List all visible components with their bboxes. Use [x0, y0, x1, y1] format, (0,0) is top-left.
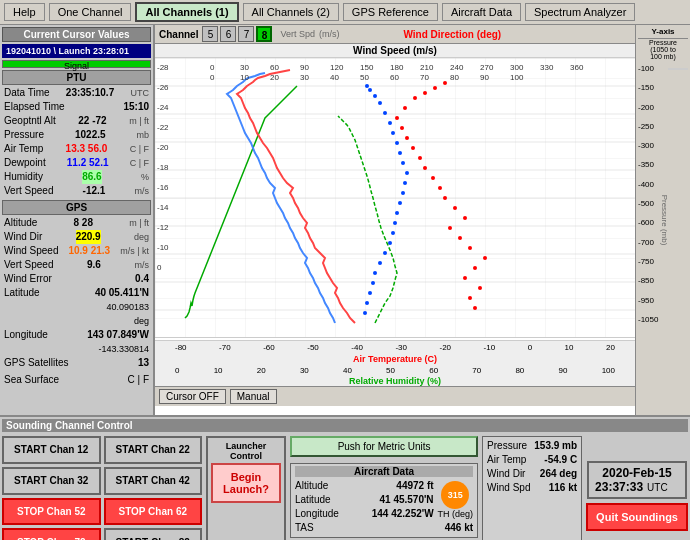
main-content: Current Cursor Values 192041010 \ Launch…: [0, 25, 690, 415]
vert-spd-unit: (m/s): [319, 29, 340, 39]
start-chan-8-btn[interactable]: START Chan 82: [104, 528, 203, 540]
stop-chan-5-btn[interactable]: STOP Chan 52: [2, 498, 101, 526]
svg-point-26: [423, 166, 427, 170]
dewpoint-row: Dewpoint 11.2 52.1 C | F: [2, 156, 151, 170]
svg-point-40: [371, 281, 375, 285]
begin-launch-button[interactable]: Begin Launch?: [211, 463, 281, 503]
stop-chan-7-btn[interactable]: STOP Chan 72: [2, 528, 101, 540]
svg-point-39: [368, 291, 372, 295]
svg-text:-26: -26: [157, 83, 169, 92]
flight-id: 192041010 \ Launch 23:28:01: [2, 44, 151, 58]
channel-tab-5[interactable]: 5: [202, 26, 218, 42]
menu-all-channels-2[interactable]: All Channels (2): [243, 3, 339, 21]
x-axis-humidity-scale: 0102030405060708090100: [155, 364, 635, 376]
svg-point-32: [403, 106, 407, 110]
svg-text:60: 60: [390, 73, 399, 82]
th-indicator: 315 TH (deg): [438, 481, 474, 519]
vert-spd-label: Vert Spd: [280, 29, 315, 39]
svg-point-24: [438, 186, 442, 190]
cursor-off-button[interactable]: Cursor OFF: [159, 389, 226, 404]
panel-title: Current Cursor Values: [2, 27, 151, 42]
svg-point-36: [443, 81, 447, 85]
x-axis-bottom: -80-70-60-50-40-30-20-1001020: [155, 340, 635, 354]
manual-button[interactable]: Manual: [230, 389, 277, 404]
svg-point-22: [453, 206, 457, 210]
svg-text:20: 20: [270, 73, 279, 82]
humidity-row: Humidity 86.6 %: [2, 170, 151, 184]
data-time-row: Data Time 23:35:10.7 UTC: [2, 86, 151, 100]
longitude-ac-row: Longitude 144 42.252'W: [295, 507, 434, 521]
svg-point-19: [458, 236, 462, 240]
svg-rect-97: [668, 68, 688, 70]
utc-label: UTC: [647, 482, 668, 493]
svg-point-44: [388, 241, 392, 245]
air-temp-row: Air Temp 13.3 56.0 C | F: [2, 142, 151, 156]
svg-text:90: 90: [300, 63, 309, 72]
svg-point-20: [448, 226, 452, 230]
ptu-header: PTU: [2, 70, 151, 85]
svg-point-54: [395, 141, 399, 145]
svg-point-46: [393, 221, 397, 225]
svg-text:-18: -18: [157, 163, 169, 172]
date-display: 2020-Feb-15: [595, 466, 679, 480]
pressure-data-box: Pressure 153.9 mb Air Temp -54.9 C Wind …: [482, 436, 582, 540]
start-chan-4-btn[interactable]: START Chan 42: [104, 467, 203, 495]
menu-gps-reference[interactable]: GPS Reference: [343, 3, 438, 21]
start-chan-3-btn[interactable]: START Chan 32: [2, 467, 101, 495]
svg-point-35: [433, 86, 437, 90]
svg-point-53: [398, 151, 402, 155]
stop-chan-6-btn[interactable]: STOP Chan 62: [104, 498, 203, 526]
svg-point-27: [418, 156, 422, 160]
svg-point-12: [473, 306, 477, 310]
menu-all-channels-1[interactable]: All Channels (1): [135, 2, 238, 22]
chart-controls: Cursor OFF Manual: [155, 386, 635, 406]
start-chan-1-btn[interactable]: START Chan 12: [2, 436, 101, 464]
svg-point-34: [423, 91, 427, 95]
svg-text:-10: -10: [157, 243, 169, 252]
menu-spectrum-analyzer[interactable]: Spectrum Analyzer: [525, 3, 635, 21]
svg-text:270: 270: [480, 63, 494, 72]
svg-text:100: 100: [510, 73, 524, 82]
launcher-title: Launcher Control: [211, 441, 281, 461]
quit-soundings-button[interactable]: Quit Soundings: [586, 503, 688, 531]
svg-point-61: [365, 84, 369, 88]
menu-aircraft-data[interactable]: Aircraft Data: [442, 3, 521, 21]
svg-text:-24: -24: [157, 103, 169, 112]
svg-rect-0: [155, 58, 635, 337]
th-value: 315: [441, 481, 469, 509]
svg-point-38: [365, 301, 369, 305]
launcher-control: Launcher Control Begin Launch?: [206, 436, 286, 540]
svg-text:-16: -16: [157, 183, 169, 192]
tas-row: TAS 446 kt: [295, 521, 473, 535]
menu-one-channel[interactable]: One Channel: [49, 3, 132, 21]
channel-tab-8[interactable]: 8: [256, 26, 272, 42]
svg-point-31: [395, 116, 399, 120]
channel-tab-6[interactable]: 6: [220, 26, 236, 42]
svg-point-14: [478, 286, 482, 290]
menu-help[interactable]: Help: [4, 3, 45, 21]
svg-point-51: [405, 171, 409, 175]
pressure-axis-label: Pressure (mb): [660, 195, 669, 246]
gps-header: GPS: [2, 200, 151, 215]
bottom-grid: START Chan 12 START Chan 22 START Chan 3…: [2, 436, 688, 540]
time-display: 23:37:33: [595, 480, 643, 494]
svg-point-13: [468, 296, 472, 300]
svg-point-59: [373, 94, 377, 98]
vert-speed-ptu-row: Vert Speed -12.1 m/s: [2, 184, 151, 198]
x-axis-humidity-label: Relative Humidity (%): [155, 376, 635, 386]
right-yaxis-panel: Y-axis Pressure(1050 to100 mb) -100 -150…: [635, 25, 690, 415]
air-temp-ac-row: Air Temp -54.9 C: [487, 453, 577, 467]
channel-label: Channel: [159, 29, 198, 40]
svg-text:70: 70: [420, 73, 429, 82]
chart-top-bar: Channel 5 6 7 8 Vert Spd (m/s) Wind Dire…: [155, 25, 635, 44]
chart-svg: -28 -26 -24 -22 -20 -18 -16 -14 -12 -10 …: [155, 58, 635, 338]
bottom-panel-title: Sounding Channel Control: [2, 419, 688, 432]
channel-tab-7[interactable]: 7: [238, 26, 254, 42]
svg-point-41: [373, 271, 377, 275]
svg-point-28: [411, 146, 415, 150]
menu-bar: Help One Channel All Channels (1) All Ch…: [0, 0, 690, 25]
metric-units-button[interactable]: Push for Metric Units: [290, 436, 478, 457]
start-chan-2-btn[interactable]: START Chan 22: [104, 436, 203, 464]
svg-point-30: [400, 126, 404, 130]
svg-point-50: [403, 181, 407, 185]
